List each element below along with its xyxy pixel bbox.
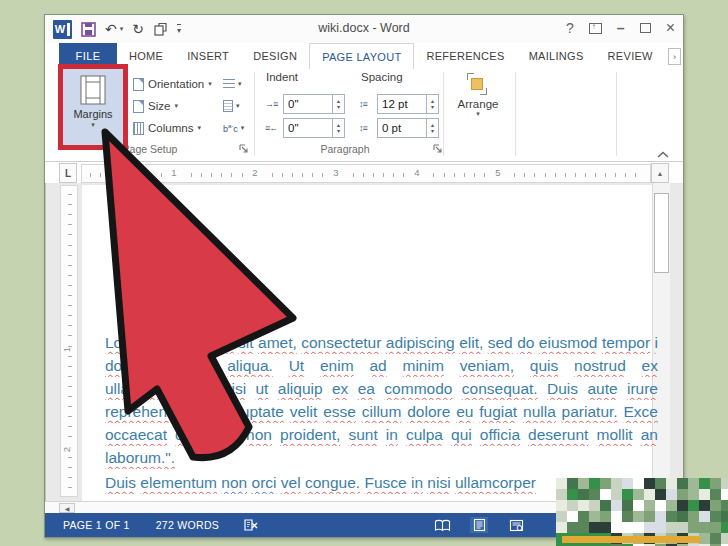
window-controls: ? – × bbox=[566, 19, 675, 37]
size-button[interactable]: Size ▾ bbox=[133, 95, 212, 117]
indent-left-icon: →≡ bbox=[265, 99, 283, 109]
scroll-left-arrow[interactable]: ◀ bbox=[59, 503, 75, 513]
ribbon: Margins ▾ Orientation ▾ Size ▾ Columns bbox=[45, 69, 683, 162]
maximize-icon[interactable] bbox=[640, 23, 651, 33]
ribbon-tab-row: FILE HOME INSERT DESIGN PAGE LAYOUT REFE… bbox=[45, 43, 683, 69]
orientation-button[interactable]: Orientation ▾ bbox=[133, 73, 212, 95]
margins-highlight-box bbox=[58, 64, 128, 150]
line-numbers-button[interactable]: ▾ bbox=[223, 95, 244, 117]
ruler-number: 2 bbox=[61, 447, 72, 452]
group-separator bbox=[254, 72, 255, 156]
paragraph-group-label: Paragraph bbox=[265, 143, 425, 155]
page-setup-dropdown-column: Orientation ▾ Size ▾ Columns ▾ bbox=[133, 73, 212, 139]
tab-review[interactable]: REVIEW bbox=[596, 43, 665, 69]
title-bar: W ↶ ▾ ↻ ▾ wiki.docx - Word ? – bbox=[45, 15, 683, 43]
watermark-stripe bbox=[562, 536, 700, 543]
orientation-icon bbox=[133, 78, 144, 91]
page-setup-mini-column: ▾ ▾ ba-c ▾ bbox=[223, 73, 244, 139]
spacing-before-icon: ↕≡ bbox=[359, 99, 377, 109]
spacing-after-icon: ↕≡ bbox=[359, 123, 377, 133]
minimize-icon[interactable]: – bbox=[617, 20, 625, 36]
view-shortcuts bbox=[433, 517, 525, 533]
ruler-number: 4 bbox=[409, 167, 425, 178]
breaks-button[interactable]: ▾ bbox=[223, 73, 244, 95]
spacing-after-row: ↕≡ 0 pt ▴▾ bbox=[359, 118, 439, 138]
size-icon bbox=[133, 100, 144, 113]
ruler-number: 1 bbox=[166, 167, 182, 178]
page-indicator[interactable]: PAGE 1 OF 1 bbox=[63, 519, 130, 531]
columns-dropdown-icon: ▾ bbox=[197, 124, 201, 132]
scroll-up-arrow[interactable]: ▲ bbox=[651, 163, 669, 183]
text-line: dolore magna aliqua. Ut enim ad minim ve… bbox=[105, 354, 658, 377]
spacing-label: Spacing bbox=[361, 71, 403, 83]
hyphenation-dropdown-icon: ▾ bbox=[241, 124, 245, 132]
indent-right-row: ≡← 0" ▴▾ bbox=[265, 118, 345, 138]
spacing-after-input[interactable]: 0 pt bbox=[377, 118, 427, 138]
columns-label: Columns bbox=[148, 122, 193, 134]
tab-overflow-button[interactable]: › bbox=[668, 48, 681, 65]
text-line: Lorem ipsum dolor sit amet, consectetur … bbox=[105, 331, 658, 354]
ruler-number: 1 bbox=[61, 347, 72, 352]
print-layout-icon[interactable] bbox=[470, 517, 488, 533]
arrange-label: Arrange bbox=[458, 98, 499, 110]
indent-left-row: →≡ 0" ▴▾ bbox=[265, 94, 345, 114]
text-line: reprehenderit in voluptate velit esse ci… bbox=[105, 400, 658, 423]
web-layout-icon[interactable] bbox=[507, 517, 525, 533]
paragraph-dialog-launcher-icon[interactable] bbox=[433, 144, 443, 154]
group-separator bbox=[616, 72, 617, 156]
spacing-before-input[interactable]: 12 pt bbox=[377, 94, 427, 114]
indent-left-spinner[interactable]: ▴▾ bbox=[333, 94, 345, 114]
group-separator bbox=[515, 72, 516, 156]
hyphenation-icon: ba-c bbox=[223, 123, 238, 134]
collapse-ribbon-icon[interactable] bbox=[657, 145, 669, 163]
word-window: W ↶ ▾ ↻ ▾ wiki.docx - Word ? – bbox=[44, 14, 684, 538]
arrange-icon bbox=[467, 73, 489, 95]
tab-mailings[interactable]: MAILINGS bbox=[517, 43, 596, 69]
censored-watermark bbox=[556, 478, 728, 546]
text-line: laborum.". bbox=[105, 446, 658, 469]
indent-right-spinner[interactable]: ▴▾ bbox=[333, 118, 345, 138]
hyphenation-button[interactable]: ba-c ▾ bbox=[223, 117, 244, 139]
spacing-before-row: ↕≡ 12 pt ▴▾ bbox=[359, 94, 439, 114]
breaks-dropdown-icon: ▾ bbox=[238, 80, 242, 88]
tab-references[interactable]: REFERENCES bbox=[414, 43, 516, 69]
scrollbar-thumb[interactable] bbox=[654, 193, 669, 273]
proofing-status-icon[interactable] bbox=[243, 518, 259, 533]
tab-stop-selector[interactable]: L bbox=[59, 163, 77, 183]
ruler-number: 3 bbox=[328, 167, 344, 178]
screenshot-root: W ↶ ▾ ↻ ▾ wiki.docx - Word ? – bbox=[0, 0, 728, 546]
line-numbers-dropdown-icon: ▾ bbox=[236, 102, 240, 110]
indent-right-input[interactable]: 0" bbox=[283, 118, 333, 138]
text-line: ullamco laboris nisi ut aliquip ex ea co… bbox=[105, 377, 658, 400]
text-line: occaecat cupidatat non proident, sunt in… bbox=[105, 423, 658, 446]
line-numbers-icon bbox=[223, 100, 233, 112]
group-separator bbox=[443, 72, 444, 156]
indent-left-input[interactable]: 0" bbox=[283, 94, 333, 114]
page-setup-dialog-launcher-icon[interactable] bbox=[239, 144, 249, 154]
spacing-before-spinner[interactable]: ▴▾ bbox=[427, 94, 439, 114]
vertical-ruler[interactable]: 1 2 bbox=[60, 185, 78, 497]
horizontal-ruler[interactable]: 1 2 3 4 5 bbox=[81, 164, 651, 183]
breaks-icon bbox=[223, 79, 235, 89]
spacing-after-spinner[interactable]: ▴▾ bbox=[427, 118, 439, 138]
word-count[interactable]: 272 WORDS bbox=[156, 519, 219, 531]
tab-insert[interactable]: INSERT bbox=[175, 43, 241, 69]
orientation-label: Orientation bbox=[148, 78, 204, 90]
size-dropdown-icon: ▾ bbox=[174, 102, 178, 110]
indent-label: Indent bbox=[266, 71, 298, 83]
document-text[interactable]: Lorem ipsum dolor sit amet, consectetur … bbox=[105, 331, 658, 494]
columns-button[interactable]: Columns ▾ bbox=[133, 117, 212, 139]
ribbon-display-options-icon[interactable] bbox=[589, 23, 602, 34]
arrange-button[interactable]: Arrange ▾ bbox=[449, 71, 507, 118]
size-label: Size bbox=[148, 100, 170, 112]
indent-right-icon: ≡← bbox=[265, 123, 283, 133]
read-mode-icon[interactable] bbox=[433, 517, 451, 533]
close-icon[interactable]: × bbox=[666, 19, 675, 37]
ruler-number: 5 bbox=[490, 167, 506, 178]
columns-icon bbox=[133, 122, 144, 135]
orientation-dropdown-icon: ▾ bbox=[208, 80, 212, 88]
tab-design[interactable]: DESIGN bbox=[241, 43, 309, 69]
arrange-dropdown-icon: ▾ bbox=[476, 110, 480, 118]
tab-page-layout[interactable]: PAGE LAYOUT bbox=[309, 43, 414, 69]
help-icon[interactable]: ? bbox=[566, 20, 574, 36]
